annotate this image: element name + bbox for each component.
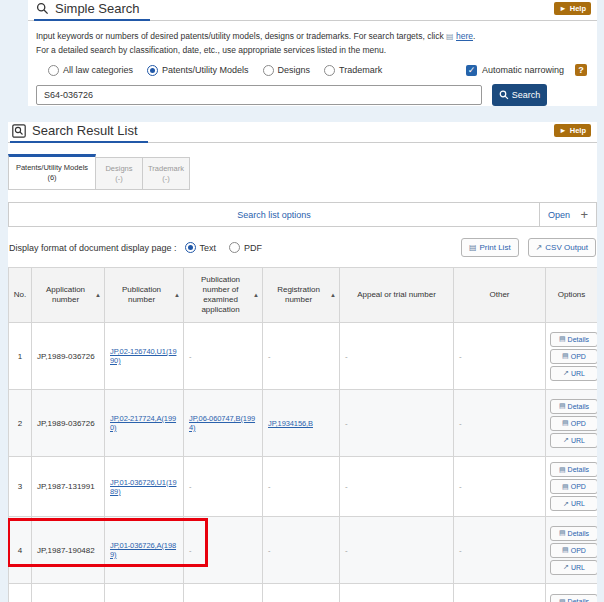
- opd-button[interactable]: ▤OPD: [550, 349, 597, 364]
- export-icon: ↗: [536, 243, 543, 252]
- search-input[interactable]: [36, 85, 482, 105]
- automatic-narrowing-label: Automatic narrowing: [482, 65, 564, 75]
- radio-icon[interactable]: [324, 65, 335, 76]
- display-format-label: Display format of document display page …: [9, 243, 177, 253]
- application-number: JP,1987-131991: [32, 457, 105, 517]
- col-other: Other: [454, 268, 546, 323]
- radio-all-law-categories[interactable]: All law categories: [48, 65, 133, 76]
- radio-selected-icon[interactable]: [147, 65, 158, 76]
- radio-icon[interactable]: [263, 65, 274, 76]
- radio-icon[interactable]: [48, 65, 59, 76]
- table-row: 5 JP,1983-140930 JP,60-081804,U1(1985) J…: [9, 584, 598, 602]
- publication-number-link[interactable]: JP,01-036726,A(1989): [110, 541, 176, 559]
- url-button[interactable]: ↗URL: [550, 560, 597, 575]
- details-button[interactable]: ▤Details: [550, 399, 597, 414]
- opd-button[interactable]: ▤OPD: [550, 479, 597, 494]
- help-button[interactable]: ► Help: [554, 2, 591, 15]
- document-icon: ▤: [446, 32, 454, 41]
- external-link-icon: ↗: [563, 369, 569, 377]
- plus-icon: +: [580, 207, 588, 222]
- external-link-icon: ↗: [563, 563, 569, 571]
- opd-button[interactable]: ▤OPD: [550, 543, 597, 558]
- instruction-line2: For a detailed search by classification,…: [36, 45, 386, 55]
- application-number: JP,1989-036726: [32, 390, 105, 457]
- result-list-icon: [12, 124, 26, 138]
- publication-number-link[interactable]: JP,01-036726,U1(1989): [110, 478, 176, 496]
- result-tabs: Patents/Utility Models (6) Designs (-) T…: [8, 154, 597, 190]
- help-arrow-icon: ►: [559, 4, 566, 13]
- question-help-icon[interactable]: ?: [575, 64, 587, 76]
- url-button[interactable]: ↗URL: [550, 496, 597, 511]
- other-value: -: [459, 419, 462, 428]
- registration-number-link[interactable]: JP,1934156,B: [268, 419, 313, 428]
- col-no: No.: [9, 268, 32, 323]
- details-button[interactable]: ▤Details: [550, 462, 597, 477]
- registration-number-link[interactable]: -: [268, 482, 270, 491]
- document-icon: ▤: [559, 529, 566, 537]
- help-button[interactable]: ► Help: [554, 124, 591, 137]
- details-button[interactable]: ▤Details: [550, 332, 597, 347]
- registration-number-link[interactable]: -: [268, 352, 270, 361]
- tab-patents-utility-models[interactable]: Patents/Utility Models (6): [8, 154, 96, 190]
- opd-button[interactable]: ▤OPD: [550, 416, 597, 431]
- external-link-icon: ↗: [563, 436, 569, 444]
- details-button[interactable]: ▤Details: [550, 594, 597, 602]
- sort-ascending-icon[interactable]: ▲: [95, 290, 101, 300]
- search-list-options-label[interactable]: Search list options: [9, 203, 539, 226]
- examined-publication-link[interactable]: -: [189, 546, 191, 555]
- csv-output-button[interactable]: ↗ CSV Output: [528, 238, 596, 257]
- simple-search-panel: Simple Search ► Help Input keywords or n…: [28, 0, 597, 106]
- document-icon: ▤: [562, 546, 569, 554]
- radio-patents-utility-models[interactable]: Patents/Utility Models: [147, 65, 249, 76]
- document-icon: ▤: [562, 419, 569, 427]
- radio-trademark[interactable]: Trademark: [324, 65, 382, 76]
- page-title: Simple Search: [55, 1, 140, 16]
- table-header-row: No. Application number▲ Publication numb…: [9, 268, 598, 323]
- instructions: Input keywords or numbers of desired pat…: [36, 30, 597, 57]
- other-value: -: [459, 352, 462, 361]
- other-value: -: [459, 482, 462, 491]
- tab-designs[interactable]: Designs (-): [96, 157, 143, 190]
- sort-ascending-icon[interactable]: ▲: [174, 290, 180, 300]
- appeal-trial-number: -: [345, 546, 348, 555]
- table-row: 3 JP,1987-131991 JP,01-036726,U1(1989) -…: [9, 457, 598, 517]
- col-options: Options: [546, 268, 598, 323]
- display-format-row: Display format of document display page …: [8, 238, 597, 257]
- radio-icon[interactable]: [229, 242, 240, 253]
- examined-publication-link[interactable]: JP,06-060747,B(1994): [189, 414, 255, 432]
- row-no: 3: [9, 457, 32, 517]
- simple-search-heading: Simple Search ► Help: [28, 0, 597, 21]
- help-arrow-icon: ►: [559, 126, 566, 135]
- here-link[interactable]: here: [456, 31, 473, 41]
- document-icon: ▤: [469, 243, 477, 252]
- publication-number-link[interactable]: JP,02-217724,A(1990): [110, 414, 176, 432]
- print-list-button[interactable]: ▤ Print List: [461, 238, 519, 257]
- automatic-narrowing-group: ✓ Automatic narrowing ?: [466, 64, 587, 76]
- details-button[interactable]: ▤Details: [550, 526, 597, 541]
- publication-number-link[interactable]: JP,02-126740,U1(1990): [110, 347, 176, 365]
- document-icon: ▤: [559, 466, 566, 474]
- registration-number-link[interactable]: -: [268, 546, 270, 555]
- search-icon: [36, 2, 49, 15]
- col-examined-publication-number: Publication number of examined applicati…: [184, 268, 263, 323]
- row-no: 5: [9, 584, 32, 602]
- radio-selected-icon[interactable]: [185, 242, 196, 253]
- radio-text-format[interactable]: Text: [185, 242, 217, 253]
- sort-ascending-icon[interactable]: ▲: [330, 290, 336, 300]
- radio-pdf-format[interactable]: PDF: [229, 242, 262, 253]
- examined-publication-link[interactable]: -: [189, 352, 191, 361]
- search-button[interactable]: Search: [492, 84, 547, 106]
- col-application-number: Application number▲: [32, 268, 105, 323]
- radio-designs[interactable]: Designs: [263, 65, 311, 76]
- search-result-heading: Search Result List ► Help: [8, 122, 597, 143]
- examined-publication-link[interactable]: -: [189, 482, 191, 491]
- url-button[interactable]: ↗URL: [550, 366, 597, 381]
- checkbox-checked-icon[interactable]: ✓: [466, 65, 477, 76]
- sort-ascending-icon[interactable]: ▲: [253, 290, 259, 300]
- appeal-trial-number: -: [345, 352, 348, 361]
- row-no: 4: [9, 517, 32, 584]
- tab-trademark[interactable]: Trademark (-): [143, 157, 190, 190]
- row-no: 2: [9, 390, 32, 457]
- open-toggle[interactable]: Open +: [539, 203, 596, 226]
- url-button[interactable]: ↗URL: [550, 433, 597, 448]
